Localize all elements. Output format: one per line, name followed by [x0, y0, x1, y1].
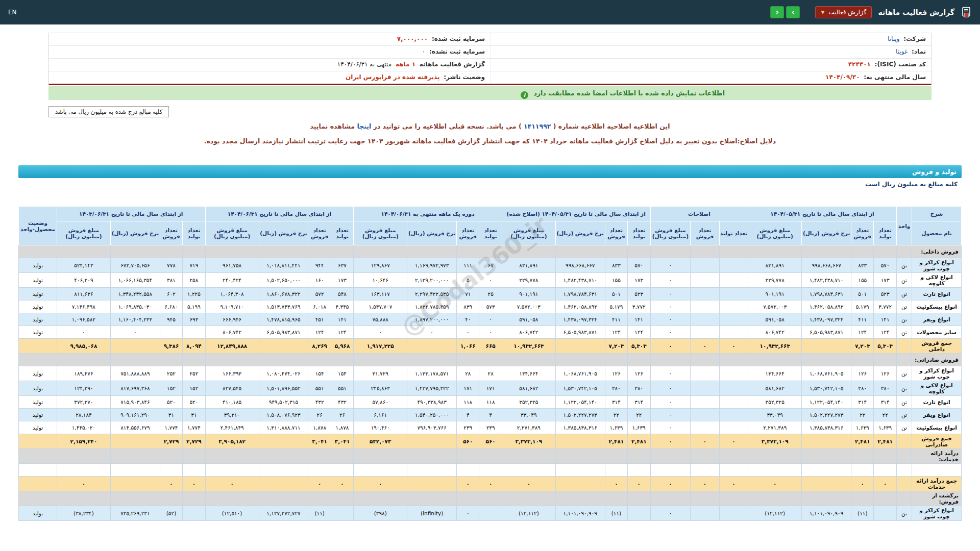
section-label-cell: فروش داخلی: — [912, 245, 962, 258]
table-cell — [802, 491, 851, 506]
table-cell: ۵,۹۶۸ — [331, 339, 353, 354]
table-cell — [407, 477, 457, 491]
table-cell: ۷,۲۰۳ — [605, 339, 627, 354]
table-cell — [802, 339, 851, 354]
table-cell — [407, 434, 457, 449]
table-cell: ۸,۲۶۹ — [308, 339, 331, 354]
table-cell: ۲,۱۵۹,۲۴۰ — [57, 434, 110, 449]
table-cell: ۶۳۷ — [331, 258, 353, 273]
table-cell: ۱,۳۴۸,۲۳۲,۵۵۸ — [110, 288, 160, 300]
table-cell — [628, 245, 650, 258]
table-cell — [160, 491, 182, 506]
table-cell: ۰ — [331, 477, 353, 491]
table-cell — [331, 491, 353, 506]
header-product-name: نام محصول — [912, 221, 962, 245]
header-sub: تعداد فروش — [851, 221, 874, 245]
table-cell — [748, 491, 802, 506]
table-cell — [628, 464, 650, 477]
table-cell — [851, 245, 874, 258]
table-cell: ۰ — [354, 326, 407, 339]
report-period-value: ۱ ماهه — [396, 61, 415, 68]
table-cell: ۸۰۶,۷۴۲ — [205, 326, 259, 339]
table-cell — [691, 381, 720, 396]
table-cell: ۱۲۴ — [308, 326, 331, 339]
table-cell: ۳,۹۰۵,۱۸۲ — [205, 434, 259, 449]
table-cell — [479, 245, 502, 258]
table-cell — [691, 354, 720, 366]
report-period-end-date: منتهی به ۱۴۰۴/۰۶/۳۱ — [337, 61, 391, 68]
table-cell: ۴ — [479, 409, 502, 421]
table-cell: ۰ — [650, 288, 691, 300]
monthly-report-label: گزارش فعالیت ماهانه — [420, 61, 485, 68]
table-cell: ۴۰۶,۲۰۹ — [57, 273, 110, 288]
table-cell — [719, 409, 748, 421]
table-cell: ۰ — [479, 273, 502, 288]
table-cell: ۰ — [479, 313, 502, 326]
previous-notice-link[interactable]: اینجا — [357, 122, 371, 130]
table-cell — [691, 506, 720, 521]
table-cell: (۱۲,۱۱۲) — [748, 506, 802, 521]
table-cell — [650, 245, 691, 258]
table-cell: ۱۶۶,۳۹۳ — [205, 366, 259, 381]
unit-cell: تن — [896, 288, 912, 300]
table-cell: ۴۱۱ — [605, 313, 627, 326]
table-cell — [160, 449, 182, 464]
table-cell: ۰ — [874, 477, 896, 491]
table-cell: ۵۷۳ — [479, 300, 502, 313]
table-cell: ۹۴۹,۵۰۲,۳۱۵ — [259, 396, 308, 409]
table-cell: ۰ — [719, 477, 748, 491]
table-cell: ۳۱۴ — [874, 396, 896, 409]
report-type-dropdown[interactable]: گزارش فعالیت ▼ — [815, 6, 872, 18]
report-dropdown-label: گزارش فعالیت — [828, 9, 866, 16]
table-cell: ۵۷۰ — [628, 258, 650, 273]
table-cell: ۱,۰۶۹,۸۳۵,۰۳۰ — [110, 300, 160, 313]
table-cell — [479, 354, 502, 366]
table-cell: ۰ — [457, 506, 479, 521]
table-cell — [57, 245, 110, 258]
table-cell: ۲,۷۲۹ — [160, 434, 182, 449]
unit-cell: تن — [896, 326, 912, 339]
table-cell: ۱۴۱ — [628, 313, 650, 326]
table-cell — [719, 464, 748, 477]
symbol-link[interactable]: غویتا — [896, 48, 908, 55]
table-cell: ۲۲۹,۷۷۸ — [748, 273, 802, 288]
table-cell: ۵۷۲ — [308, 288, 331, 300]
table-cell: ۱۰,۹۳۲,۶۶۳ — [502, 339, 555, 354]
table-cell: ۱۵۵ — [851, 273, 874, 288]
table-cell — [110, 434, 160, 449]
unit-cell: تن — [896, 258, 912, 273]
table-cell: ۰ — [719, 434, 748, 449]
data-row: انواع کراکر و چوب شورتن۵۷۰۸۳۳۹۹۸,۶۶۸,۶۶۷… — [19, 258, 962, 273]
status-cell: تولید — [19, 366, 57, 381]
table-cell: ۵۶۰ — [479, 434, 502, 449]
table-cell: ۷,۱۴۶,۴۹۸ — [57, 300, 110, 313]
header-sub: نرخ فروش (ریال) — [802, 221, 851, 245]
table-cell: ۱,۵۰۲,۲۲۷,۲۷۳ — [802, 409, 851, 421]
company-link[interactable]: ویتانا — [888, 35, 899, 42]
table-cell: ۰ — [650, 409, 691, 421]
table-cell: (۳۹۸) — [354, 506, 407, 521]
table-cell: (۳۸,۲۳۴) — [57, 506, 110, 521]
language-toggle-en[interactable]: EN — [8, 9, 17, 16]
fiscal-year-value: ۱۴۰۴/۰۹/۳۰ — [825, 73, 860, 81]
table-cell — [605, 449, 627, 464]
notice-number-link[interactable]: ۱۴۱۱۹۹۲ — [524, 122, 551, 130]
table-cell: ۳۱,۷۲۹ — [354, 366, 407, 381]
table-cell: ۱,۲۲۵ — [183, 288, 205, 300]
table-cell: ۱,۶۳۹ — [851, 421, 874, 434]
table-cell — [479, 449, 502, 464]
nav-next-button[interactable]: › — [786, 6, 800, 18]
table-cell: ۱,۱۳۳,۱۷۸,۵۷۱ — [407, 366, 457, 381]
nav-prev-button[interactable]: ‹ — [770, 6, 784, 18]
section-header-row: برگشت از فروش: — [19, 491, 962, 506]
table-cell: ۲۳۹ — [479, 421, 502, 434]
table-cell — [479, 506, 502, 521]
header-group-month: دوره یک ماهه منتهی به ۱۴۰۴/۰۶/۳۱ — [354, 207, 502, 221]
table-cell — [691, 313, 720, 326]
table-cell: ۹,۱۰۹,۷۱۰ — [205, 300, 259, 313]
table-cell — [354, 491, 407, 506]
table-cell — [205, 354, 259, 366]
table-cell — [555, 245, 605, 258]
table-cell — [479, 464, 502, 477]
page: گزارش فعالیت ماهانه گزارش فعالیت ▼ › ‹ E… — [0, 0, 980, 551]
